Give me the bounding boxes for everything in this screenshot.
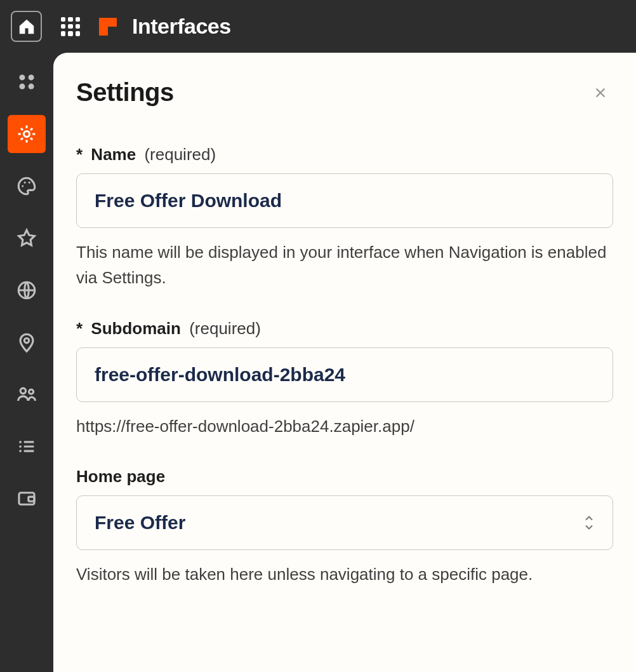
svg-point-4: [23, 131, 29, 137]
sidebar-item-location[interactable]: [8, 323, 46, 361]
gear-icon: [16, 123, 37, 145]
required-marker: *: [76, 145, 83, 164]
name-input[interactable]: [76, 173, 613, 228]
top-bar: Interfaces: [0, 0, 636, 53]
brand: Interfaces: [99, 14, 231, 39]
homepage-value[interactable]: [76, 495, 613, 550]
globe-icon: [16, 279, 37, 301]
close-icon: [593, 86, 607, 100]
list-icon: [16, 436, 37, 457]
subdomain-input[interactable]: [76, 347, 613, 402]
star-icon: [16, 227, 37, 249]
svg-point-9: [24, 338, 29, 342]
svg-rect-15: [19, 493, 34, 504]
panel-header: Settings: [76, 78, 613, 107]
sidebar-item-wallet[interactable]: [8, 480, 46, 518]
svg-point-11: [29, 389, 34, 394]
home-icon: [17, 17, 36, 36]
sidebar-item-list[interactable]: [8, 427, 46, 466]
field-subdomain: * Subdomain (required) https://free-offe…: [76, 319, 613, 439]
subdomain-label: * Subdomain (required): [76, 319, 613, 339]
home-button[interactable]: [11, 11, 42, 42]
sidebar-item-modules[interactable]: [8, 63, 46, 101]
name-helper: This name will be displayed in your inte…: [76, 239, 613, 291]
panel-title: Settings: [76, 78, 174, 107]
app-title: Interfaces: [132, 14, 231, 39]
svg-point-12: [19, 441, 22, 443]
homepage-label: Home page: [76, 467, 613, 487]
svg-point-6: [24, 182, 26, 184]
svg-point-7: [29, 182, 30, 184]
apps-grid-icon[interactable]: [61, 17, 80, 36]
field-name: * Name (required) This name will be disp…: [76, 145, 613, 291]
settings-panel: Settings * Name (required) This name wil…: [53, 53, 636, 672]
svg-point-5: [22, 185, 23, 187]
sidebar-item-settings[interactable]: [8, 115, 46, 153]
name-label: * Name (required): [76, 145, 613, 165]
svg-point-14: [19, 450, 22, 452]
sidebar-item-favorites[interactable]: [8, 219, 46, 257]
required-text: (required): [144, 145, 216, 164]
pin-icon: [16, 332, 37, 353]
svg-point-2: [19, 84, 25, 90]
left-rail: [0, 53, 53, 672]
svg-point-10: [20, 388, 26, 394]
field-homepage: Home page Visitors will be taken here un…: [76, 467, 613, 587]
subdomain-helper: https://free-offer-download-2bba24.zapie…: [76, 413, 613, 439]
homepage-helper: Visitors will be taken here unless navig…: [76, 561, 613, 587]
svg-point-13: [19, 445, 22, 448]
svg-point-0: [19, 74, 25, 80]
sidebar-item-domain[interactable]: [8, 271, 46, 309]
sidebar-item-users[interactable]: [8, 375, 46, 413]
palette-icon: [16, 175, 37, 197]
select-chevron-icon: [583, 514, 595, 532]
svg-rect-16: [29, 497, 34, 501]
brand-icon: [99, 18, 117, 36]
required-marker: *: [76, 319, 83, 338]
modules-icon: [16, 71, 37, 93]
required-text: (required): [189, 319, 261, 338]
homepage-select[interactable]: [76, 495, 613, 550]
svg-point-3: [29, 84, 34, 90]
close-button[interactable]: [588, 80, 613, 105]
label-text: Home page: [76, 467, 165, 486]
label-text: Name: [91, 145, 136, 164]
users-icon: [16, 384, 37, 405]
svg-point-1: [29, 74, 34, 80]
label-text: Subdomain: [91, 319, 181, 338]
wallet-icon: [16, 488, 37, 509]
sidebar-item-theme[interactable]: [8, 167, 46, 205]
